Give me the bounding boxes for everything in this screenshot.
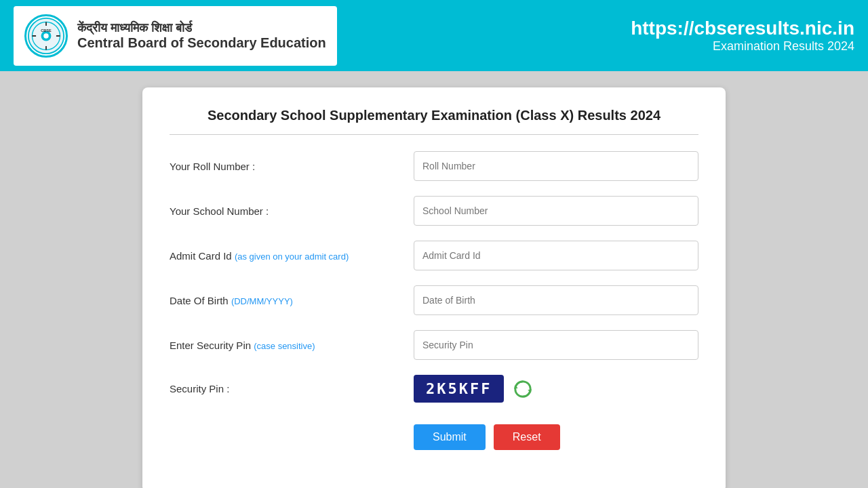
admit-card-label: Admit Card Id (as given on your admit ca… — [170, 250, 414, 262]
submit-button[interactable]: Submit — [414, 424, 486, 450]
main-content: Secondary School Supplementary Examinati… — [0, 71, 868, 488]
dob-input[interactable] — [414, 285, 698, 315]
svg-point-3 — [43, 33, 48, 38]
header-text-block: केंद्रीय माध्यमिक शिक्षा बोर्ड Central B… — [77, 21, 326, 51]
captcha-section: 2K5KFF — [414, 375, 535, 403]
header-right-section: https://cbseresults.nic.in Examination R… — [631, 18, 854, 54]
school-number-row: Your School Number : — [170, 196, 698, 226]
cbse-logo: CBSE — [24, 14, 68, 58]
form-title: Secondary School Supplementary Examinati… — [170, 108, 698, 135]
logo-section: CBSE केंद्रीय माध्यमिक शिक्षा बोर्ड Cent… — [14, 6, 337, 66]
dob-label: Date Of Birth (DD/MM/YYYY) — [170, 295, 414, 306]
captcha-row: Security Pin : 2K5KFF — [170, 375, 698, 403]
admit-card-row: Admit Card Id (as given on your admit ca… — [170, 241, 698, 270]
page-header: CBSE केंद्रीय माध्यमिक शिक्षा बोर्ड Cent… — [0, 0, 868, 71]
website-url: https://cbseresults.nic.in — [631, 18, 854, 39]
reset-button[interactable]: Reset — [494, 424, 560, 450]
dob-note: (DD/MM/YYYY) — [231, 296, 293, 306]
exam-subtitle: Examination Results 2024 — [631, 39, 854, 54]
form-card: Secondary School Supplementary Examinati… — [142, 87, 726, 488]
security-pin-note: (case sensitive) — [254, 341, 315, 351]
english-title: Central Board of Secondary Education — [77, 35, 326, 51]
action-buttons: Submit Reset — [414, 424, 560, 450]
hindi-title: केंद्रीय माध्यमिक शिक्षा बोर्ड — [77, 21, 326, 35]
roll-number-label: Your Roll Number : — [170, 161, 414, 172]
svg-text:CBSE: CBSE — [41, 28, 52, 33]
roll-number-input[interactable] — [414, 151, 698, 181]
roll-number-row: Your Roll Number : — [170, 151, 698, 181]
admit-card-note: (as given on your admit card) — [235, 251, 349, 262]
admit-card-input[interactable] — [414, 241, 698, 270]
dob-row: Date Of Birth (DD/MM/YYYY) — [170, 285, 698, 315]
captcha-display: 2K5KFF — [414, 375, 504, 403]
captcha-label: Security Pin : — [170, 383, 414, 394]
refresh-captcha-button[interactable] — [511, 377, 535, 401]
security-pin-input[interactable] — [414, 330, 698, 360]
school-number-input[interactable] — [414, 196, 698, 226]
security-pin-label: Enter Security Pin (case sensitive) — [170, 340, 414, 351]
school-number-label: Your School Number : — [170, 205, 414, 217]
button-row: Submit Reset — [170, 418, 698, 450]
security-pin-row: Enter Security Pin (case sensitive) — [170, 330, 698, 360]
